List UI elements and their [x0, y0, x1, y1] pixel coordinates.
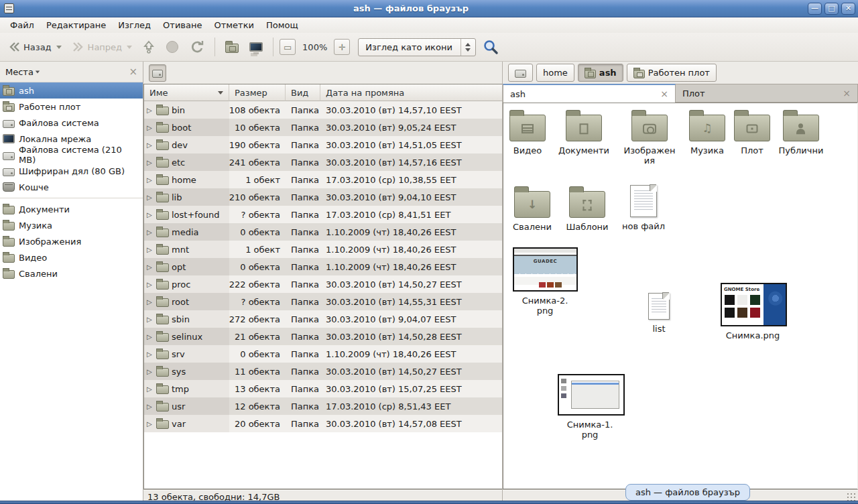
- sidebar-item[interactable]: Файлова система: [0, 115, 143, 131]
- tab-close-icon[interactable]: ×: [836, 88, 851, 99]
- table-row[interactable]: ▷ var 20 обекта Папка 30.03.2010 (вт) 14…: [144, 415, 502, 432]
- breadcrumb-button[interactable]: ash: [578, 64, 623, 82]
- folder-icon: [156, 141, 169, 150]
- table-row[interactable]: ▷ opt 0 обекта Папка 1.10.2009 (чт) 18,4…: [144, 258, 502, 275]
- table-row[interactable]: ▷ bin 108 обекта Папка 30.03.2010 (вт) 1…: [144, 101, 502, 119]
- menu-help[interactable]: Помощ: [260, 18, 304, 32]
- expander-icon[interactable]: ▷: [147, 298, 154, 306]
- tab[interactable]: ash ×: [503, 84, 676, 103]
- menu-file[interactable]: Файл: [4, 18, 40, 32]
- search-button[interactable]: [479, 36, 503, 58]
- breadcrumb-button[interactable]: [508, 64, 533, 82]
- expander-icon[interactable]: ▷: [147, 211, 154, 218]
- expander-icon[interactable]: ▷: [147, 368, 154, 375]
- icon-view-item[interactable]: Снимка-1. png: [558, 374, 622, 440]
- icon-view-item[interactable]: GNOME Store Снимка.png: [721, 283, 785, 340]
- sidebar-title[interactable]: Места: [5, 67, 34, 77]
- expander-icon[interactable]: ▷: [147, 351, 154, 358]
- computer-button[interactable]: [245, 40, 267, 54]
- stop-button[interactable]: [162, 38, 183, 56]
- sidebar-item[interactable]: Документи: [0, 201, 143, 217]
- table-row[interactable]: ▷ root ? обекта Папка 30.03.2010 (вт) 14…: [144, 293, 502, 310]
- zoom-out-button[interactable]: ▭: [280, 39, 296, 55]
- column-header-modified[interactable]: Дата на промяна: [320, 84, 502, 101]
- breadcrumb-button[interactable]: Работен плот: [627, 64, 717, 82]
- expander-icon[interactable]: ▷: [147, 281, 154, 288]
- taskbar-window-button[interactable]: ash — файлов браузър: [625, 484, 750, 501]
- sidebar-item[interactable]: Изображения: [0, 233, 143, 249]
- home-folder-icon: [225, 44, 239, 53]
- table-row[interactable]: ▷ usr 12 обекта Папка 17.03.2010 (ср) 8,…: [144, 397, 502, 415]
- sidebar-item[interactable]: ash: [0, 82, 143, 99]
- view-mode-spinner[interactable]: [461, 39, 475, 56]
- menu-edit[interactable]: Редактиране: [40, 18, 112, 32]
- expander-icon[interactable]: ▷: [147, 316, 154, 323]
- reload-button[interactable]: [186, 38, 208, 56]
- sidebar-item[interactable]: Файлова система (210 MB): [0, 147, 143, 163]
- titlebar[interactable]: ash — файлов браузър — □ ✕: [0, 0, 858, 17]
- breadcrumb-button[interactable]: home: [536, 64, 574, 82]
- icon-view-item[interactable]: Изображен ия: [617, 109, 682, 166]
- expander-icon[interactable]: ▷: [147, 194, 154, 201]
- expander-icon[interactable]: ▷: [147, 420, 154, 428]
- sidebar-item[interactable]: Музика: [0, 217, 143, 233]
- icon-view-item[interactable]: Документи: [552, 109, 616, 155]
- minimize-button[interactable]: —: [808, 3, 822, 15]
- forward-button[interactable]: Напред: [68, 39, 136, 55]
- expander-icon[interactable]: ▷: [147, 246, 154, 253]
- path-root-button[interactable]: [149, 64, 166, 82]
- table-row[interactable]: ▷ home 1 обект Папка 17.03.2010 (ср) 10,…: [144, 171, 502, 188]
- sidebar-item[interactable]: Шифриран дял (80 GB): [0, 163, 143, 179]
- table-row[interactable]: ▷ sys 11 обекта Папка 30.03.2010 (вт) 14…: [144, 363, 502, 380]
- icon-view-item[interactable]: GUADEC Снимка-2. png: [513, 247, 577, 316]
- home-button[interactable]: [221, 38, 243, 56]
- table-row[interactable]: ▷ tmp 13 обекта Папка 30.03.2010 (вт) 15…: [144, 380, 502, 397]
- table-row[interactable]: ▷ lost+found ? обекта Папка 17.03.2010 (…: [144, 206, 502, 223]
- icon-view[interactable]: Видео Документи Изображен ия ♫ Музика Пл…: [503, 103, 857, 489]
- table-row[interactable]: ▷ dev 190 обекта Папка 30.03.2010 (вт) 1…: [144, 136, 502, 153]
- expander-icon[interactable]: ▷: [147, 385, 154, 393]
- expander-icon[interactable]: ▷: [147, 159, 154, 166]
- sidebar-item[interactable]: Видео: [0, 249, 143, 265]
- icon-view-item[interactable]: list: [627, 293, 691, 334]
- tab-close-icon[interactable]: ×: [654, 88, 668, 99]
- sidebar-item[interactable]: Работен плот: [0, 99, 143, 115]
- icon-view-item[interactable]: Публични: [769, 109, 833, 155]
- expander-icon[interactable]: ▷: [147, 263, 154, 271]
- table-row[interactable]: ▷ sbin 272 обекта Папка 30.03.2010 (вт) …: [144, 310, 502, 328]
- icon-view-item[interactable]: Шаблони: [555, 185, 619, 232]
- tab[interactable]: Плот ×: [676, 84, 858, 102]
- zoom-in-button[interactable]: ✛: [334, 39, 350, 55]
- sidebar-selector-chevron-icon[interactable]: [36, 70, 40, 73]
- expander-icon[interactable]: ▷: [147, 403, 154, 410]
- back-button[interactable]: Назад: [4, 39, 66, 55]
- sidebar-close-icon[interactable]: ×: [129, 66, 137, 78]
- table-row[interactable]: ▷ media 0 обекта Папка 1.10.2009 (чт) 18…: [144, 223, 502, 241]
- sidebar-item[interactable]: Свалени: [0, 265, 143, 281]
- column-header-size[interactable]: Размер: [229, 84, 286, 101]
- icon-view-item[interactable]: нов файл: [611, 185, 676, 231]
- column-header-name[interactable]: Име: [144, 84, 229, 101]
- menu-bookmarks[interactable]: Отметки: [208, 18, 259, 32]
- close-button[interactable]: ✕: [841, 3, 855, 15]
- table-row[interactable]: ▷ lib 210 обекта Папка 30.03.2010 (вт) 9…: [144, 188, 502, 206]
- maximize-button[interactable]: □: [824, 3, 839, 15]
- expander-icon[interactable]: ▷: [147, 229, 154, 236]
- expander-icon[interactable]: ▷: [147, 107, 154, 114]
- view-mode-dropdown[interactable]: Изглед като икони: [358, 38, 476, 56]
- expander-icon[interactable]: ▷: [147, 176, 154, 184]
- up-button[interactable]: [139, 38, 159, 56]
- expander-icon[interactable]: ▷: [147, 333, 154, 340]
- expander-icon[interactable]: ▷: [147, 141, 154, 149]
- sidebar-item[interactable]: Кошче: [0, 179, 143, 195]
- menu-go[interactable]: Отиване: [157, 18, 208, 32]
- table-row[interactable]: ▷ proc 222 обекта Папка 30.03.2010 (вт) …: [144, 275, 502, 293]
- table-row[interactable]: ▷ selinux 21 обекта Папка 30.03.2010 (вт…: [144, 328, 502, 345]
- expander-icon[interactable]: ▷: [147, 124, 154, 131]
- column-header-type[interactable]: Вид: [286, 84, 320, 101]
- table-row[interactable]: ▷ srv 0 обекта Папка 1.10.2009 (чт) 18,4…: [144, 345, 502, 363]
- table-row[interactable]: ▷ boot 10 обекта Папка 30.03.2010 (вт) 9…: [144, 119, 502, 136]
- table-row[interactable]: ▷ etc 241 обекта Папка 30.03.2010 (вт) 1…: [144, 153, 502, 171]
- menu-view[interactable]: Изглед: [112, 18, 157, 32]
- table-row[interactable]: ▷ mnt 1 обект Папка 1.10.2009 (чт) 18,40…: [144, 241, 502, 258]
